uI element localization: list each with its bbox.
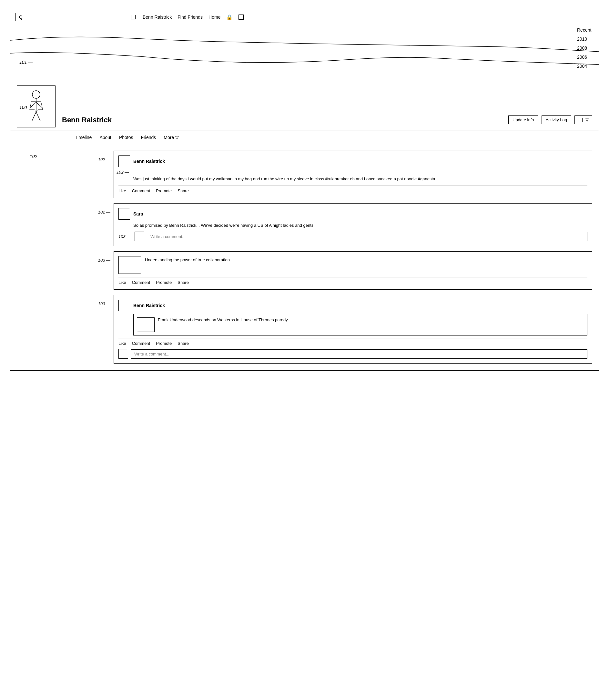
more-label: More [163, 135, 174, 140]
post-4-author: Benn Raistrick [133, 303, 165, 308]
annotation-101: 101 — [19, 60, 33, 65]
post-card-3: Understanding the power of true collabor… [114, 251, 592, 290]
window-button[interactable] [239, 15, 244, 20]
ref-103-post4: 103 — [88, 295, 114, 306]
search-input[interactable] [22, 15, 113, 20]
browser-bar: Q Benn Raistrick Find Friends Home 🔒 [10, 10, 599, 24]
svg-line-4 [32, 112, 36, 121]
post-3-media-title: Understanding the power of true collabor… [145, 256, 230, 262]
post-2-header: Sara [119, 208, 587, 220]
post-3: Understanding the power of true collabor… [114, 251, 592, 290]
profile-nav: Timeline About Photos Friends More ▽ [10, 131, 599, 144]
post-4-media-box: Frank Underwood descends on Westeros in … [133, 314, 587, 336]
post-3-comment[interactable]: Comment [132, 280, 150, 285]
nav-profile-name[interactable]: Benn Raistrick [143, 15, 172, 20]
post-3-share[interactable]: Share [177, 280, 189, 285]
tab-about[interactable]: About [99, 133, 111, 141]
post-1-actions: Like Comment Promote Share [119, 185, 587, 193]
year-2010[interactable]: 2010 [577, 36, 595, 42]
post-1-comment[interactable]: Comment [132, 189, 150, 193]
post-4-comment-box [119, 349, 587, 359]
post-1-promote[interactable]: Promote [156, 189, 172, 193]
lock-icon: 🔒 [226, 14, 233, 20]
post-4-promote[interactable]: Promote [156, 341, 172, 346]
post-2-comment-box: 103 — [119, 232, 587, 241]
nav-home[interactable]: Home [208, 15, 221, 20]
nav-profile-checkbox [131, 15, 136, 19]
year-2008[interactable]: 2008 [577, 46, 595, 51]
year-2004[interactable]: 2004 [577, 64, 595, 69]
post-4-comment-avatar [119, 349, 128, 359]
svg-point-0 [32, 91, 40, 98]
post-4-comment[interactable]: Comment [132, 341, 150, 346]
post-row-3: 103 — Understanding the power of true co… [88, 251, 592, 290]
post-4-header: Benn Raistrick [119, 300, 587, 311]
annotation-102-left: 102 [17, 154, 81, 159]
post-2-comment-input[interactable] [147, 232, 587, 241]
post-3-promote[interactable]: Promote [156, 280, 172, 285]
ref-102-post2: 102 — [88, 203, 114, 215]
profile-actions: Update info Activity Log ▽ [508, 115, 592, 127]
post-2-avatar [119, 208, 130, 220]
post-4-comment-input[interactable] [131, 349, 587, 359]
update-info-button[interactable]: Update info [508, 115, 538, 124]
year-2006[interactable]: 2006 [577, 55, 595, 60]
post-4-actions: Like Comment Promote Share [119, 338, 587, 346]
post-1-header: Benn Raistrick [119, 156, 587, 167]
search-box[interactable]: Q [16, 13, 125, 21]
year-sidebar: Recent 2010 2008 2006 2004 [573, 24, 599, 95]
post-4: Benn Raistrick Frank Underwood descends … [114, 295, 592, 363]
dropdown-icon: ▽ [586, 118, 589, 122]
post-3-like[interactable]: Like [119, 280, 126, 285]
post-4-media-thumb [137, 318, 155, 332]
profile-section: 100 — Benn Raistrick [10, 95, 599, 131]
tab-friends[interactable]: Friends [141, 133, 156, 141]
right-column: 102 — Benn Raistrick 102 — [88, 151, 592, 363]
ref-102-post1: 102 — [88, 151, 114, 162]
post-1-author: Benn Raistrick [133, 159, 165, 164]
post-1-like[interactable]: Like [119, 189, 126, 193]
post-card-2: Sara So as promised by Benn Raistrick...… [114, 203, 592, 247]
cover-photo-section: Recent 2010 2008 2006 2004 101 — [10, 24, 599, 95]
ref-102-post1b: 102 — [117, 170, 133, 175]
post-row-2: 102 — Sara So as promised by Benn Raistr… [88, 203, 592, 247]
post-1-avatar [119, 156, 130, 167]
post-2-comment-avatar [135, 232, 144, 241]
left-column: 102 [17, 151, 81, 363]
search-icon: Q [19, 15, 22, 20]
post-4-avatar [119, 300, 130, 311]
post-card-4: Benn Raistrick Frank Underwood descends … [114, 295, 592, 363]
post-2-text: So as promised by Benn Raistrick... We'v… [119, 222, 587, 229]
post-2-author: Sara [133, 211, 143, 216]
post-1-share[interactable]: Share [177, 189, 189, 193]
profile-name: Benn Raistrick [62, 116, 502, 127]
year-recent[interactable]: Recent [577, 28, 595, 33]
post-2: Sara So as promised by Benn Raistrick...… [114, 203, 592, 247]
post-3-media-thumb [119, 256, 141, 274]
ref-103-comment: 103 — [119, 234, 131, 239]
more-options-button[interactable]: ▽ [574, 115, 592, 124]
ref-103-post3: 103 — [88, 251, 114, 263]
annotation-100: 100 — [19, 105, 33, 110]
tab-more[interactable]: More ▽ [163, 133, 179, 141]
tab-timeline[interactable]: Timeline [75, 133, 92, 141]
post-1-text: Was just thinking of the days I would pu… [119, 176, 587, 182]
activity-log-button[interactable]: Activity Log [542, 115, 571, 124]
post-card-1: Benn Raistrick 102 — Was just thinking o… [114, 151, 592, 198]
timeline-graph [10, 24, 599, 89]
patent-drawing: Q Benn Raistrick Find Friends Home 🔒 Rec… [10, 10, 599, 371]
svg-line-5 [36, 112, 40, 121]
post-4-media-title: Frank Underwood descends on Westeros in … [158, 318, 288, 322]
post-row-1: 102 — Benn Raistrick 102 — [88, 151, 592, 198]
tab-photos[interactable]: Photos [119, 133, 133, 141]
post-4-share[interactable]: Share [177, 341, 189, 346]
post-4-like[interactable]: Like [119, 341, 126, 346]
options-checkbox [578, 118, 582, 122]
more-chevron-icon: ▽ [175, 135, 179, 140]
post-1: Benn Raistrick 102 — Was just thinking o… [114, 151, 592, 198]
nav-find-friends[interactable]: Find Friends [177, 15, 203, 20]
main-content: 102 102 — Benn Raistrick [10, 144, 599, 370]
post-row-4: 103 — Benn Raistrick Frank Underwood des… [88, 295, 592, 363]
post-3-actions: Like Comment Promote Share [119, 277, 587, 285]
